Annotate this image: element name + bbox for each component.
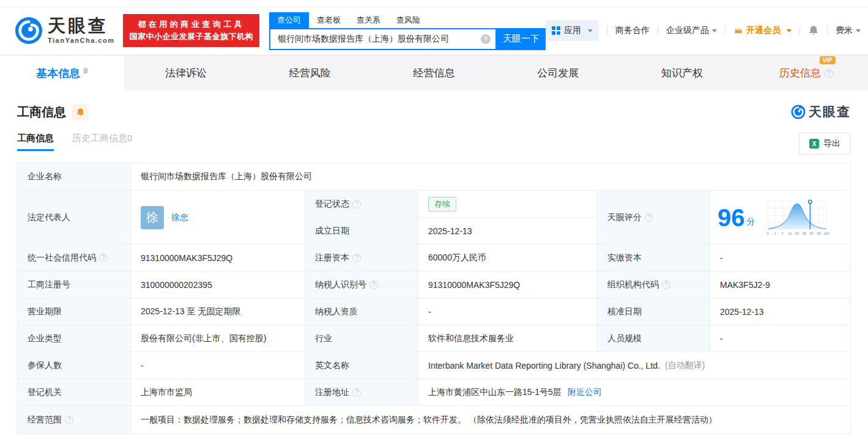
tab-company-development[interactable]: 公司发展 [496,56,620,90]
business-term-text: 2025-12-13 至 无固定期限 [141,306,240,317]
tianyancha-logo-icon [15,17,43,45]
search-button[interactable]: 天眼一下 [497,28,546,50]
help-icon[interactable]: ? [369,281,378,289]
help-icon[interactable]: ? [65,416,73,424]
tab-business-info-label: 经营信息 [414,66,455,80]
help-icon[interactable]: ? [825,69,833,78]
help-icon[interactable]: ? [99,254,108,262]
help-icon[interactable]: ? [662,281,670,289]
tab-operating-risk-label: 经营风险 [289,66,331,80]
staff-size-text: - [720,334,723,344]
export-button[interactable]: X 导出 [799,133,851,155]
label-text: 企业名称 [28,171,62,182]
notifications-button[interactable] [808,25,819,36]
help-icon[interactable]: ? [352,388,361,397]
field-value-business-scope: 一般项目：数据处理服务；数据处理和存储支持服务；信息技术咨询服务；软件开发。 （… [131,406,851,434]
business-scope-text: 一般项目：数据处理服务；数据处理和存储支持服务；信息技术咨询服务；软件开发。 （… [141,415,717,426]
tab-history-info-label: 历史信息 [779,66,821,80]
field-value-credit-code: 91310000MAK3F5J29Q [131,245,305,271]
search-tab-company[interactable]: 查公司 [269,12,309,28]
subtab-business-registration[interactable]: 工商信息 [17,133,54,151]
tab-legal-proceedings[interactable]: 法律诉讼 [124,56,248,90]
field-label-registered-capital: 注册资本 ? [305,245,418,271]
svg-text:0: 0 [766,232,768,235]
label-text: 纳税人资质 [315,306,358,317]
section-header: 工商信息 天眼查 [17,103,851,120]
svg-text:97: 97 [809,232,813,235]
tianyancha-watermark: 天眼查 [791,103,851,120]
search-input[interactable] [276,34,481,45]
label-text: 登记状态 [315,199,349,210]
divider [607,26,607,35]
label-text: 参保人数 [28,360,62,371]
search-box: × [269,28,497,50]
tab-basic-info[interactable]: 基本信息 8 [0,56,124,90]
help-icon[interactable]: ? [645,213,653,222]
field-value-registration-status: 存续 [418,191,598,218]
tab-intellectual-property[interactable]: 知识产权 [620,56,744,90]
tab-business-info[interactable]: 经营信息 [372,56,496,90]
clear-search-icon[interactable]: × [481,34,491,44]
nav-enterprise-products[interactable]: 企业级产品 [666,25,717,36]
open-vip-button[interactable]: 开通会员 [733,25,792,36]
apps-label: 应用 [564,25,581,36]
field-label-paid-capital: 实缴资本 [598,245,710,271]
label-text: 注册资本 [315,253,349,264]
excel-icon: X [809,139,819,149]
help-icon[interactable]: ? [352,200,361,208]
search-tab-boss[interactable]: 查老板 [309,12,349,28]
help-icon[interactable]: ? [352,254,361,262]
monitor-bell-icon[interactable] [72,104,89,120]
top-strip [0,0,868,7]
nav-business-cooperation[interactable]: 商务合作 [615,25,650,36]
field-label-approval-date: 核准日期 [598,298,710,325]
site-header: 天眼查 TianYanCha.com 都在用的商业查询工具 国家中小企业发展子基… [0,7,868,55]
label-text: 组织机构代码 [607,279,659,290]
logo-text: 天眼查 TianYanCha.com [48,17,114,44]
legal-rep-link[interactable]: 徐忠 [171,212,188,223]
tab-operating-risk[interactable]: 经营风险 [248,56,372,90]
subtab-history-registration[interactable]: 历史工商信息0 [72,133,132,151]
field-value-establish-date: 2025-12-13 [418,218,598,245]
tab-history-info[interactable]: 历史信息 ? VIP [744,56,868,90]
slogan-line2: 国家中小企业发展子基金旗下机构 [129,31,253,43]
legal-rep-avatar[interactable]: 徐 [141,206,164,229]
divider [658,26,658,35]
score-number: 96 [718,205,745,230]
tianyancha-watermark-icon [791,105,806,119]
status-badge: 存续 [428,197,456,212]
user-menu[interactable]: 费米 [836,25,861,36]
field-label-english-name: 英文名称 [305,352,418,379]
search-tab-risk[interactable]: 查风险 [388,12,428,28]
field-value-registration-number: 310000000202395 [131,271,305,298]
taxpayer-id-text: 91310000MAK3F5J29Q [428,280,520,290]
slogan-line1: 都在用的商业查询工具 [129,18,253,31]
subtabs-row: 工商信息 历史工商信息0 X 导出 [17,133,851,155]
field-value-company-name: 银行间市场数据报告库（上海）股份有限公司 [131,163,851,191]
label-text: 英文名称 [315,360,349,371]
divider [725,26,725,35]
label-text: 统一社会信用代码 [28,253,96,264]
field-label-registration-authority: 登记机关 [18,379,131,406]
field-label-registered-address: 注册地址 ? [305,379,418,406]
tab-legal-proceedings-label: 法律诉讼 [165,66,207,80]
nearby-companies-link[interactable]: 附近公司 [568,387,602,398]
tianyancha-logo[interactable]: 天眼查 TianYanCha.com [15,17,114,45]
label-text: 经营范围 [28,415,62,426]
field-label-staff-size: 人员规模 [598,325,710,352]
search-tab-relation[interactable]: 查关系 [349,12,388,28]
field-value-company-type: 股份有限公司(非上市、国有控股) [131,325,305,352]
field-value-taxpayer-id: 91310000MAK3F5J29Q [418,271,598,298]
apps-menu-button[interactable]: 应用 [546,20,599,41]
field-label-taxpayer-quality: 纳税人资质 [305,298,418,325]
main-content: 工商信息 天眼查 工商信息 历史工商信息0 X 导出 企业名称 [0,103,868,439]
svg-text:99: 99 [817,232,820,235]
label-text: 纳税人识别号 [315,279,366,290]
paid-capital-text: - [720,253,723,263]
label-text: 工商注册号 [28,279,70,290]
field-value-business-term: 2025-12-13 至 无固定期限 [131,298,305,325]
field-value-industry: 软件和信息技术服务业 [418,325,598,352]
svg-text:15: 15 [788,232,792,235]
label-text: 天眼评分 [607,212,642,223]
svg-text:85: 85 [802,232,806,235]
